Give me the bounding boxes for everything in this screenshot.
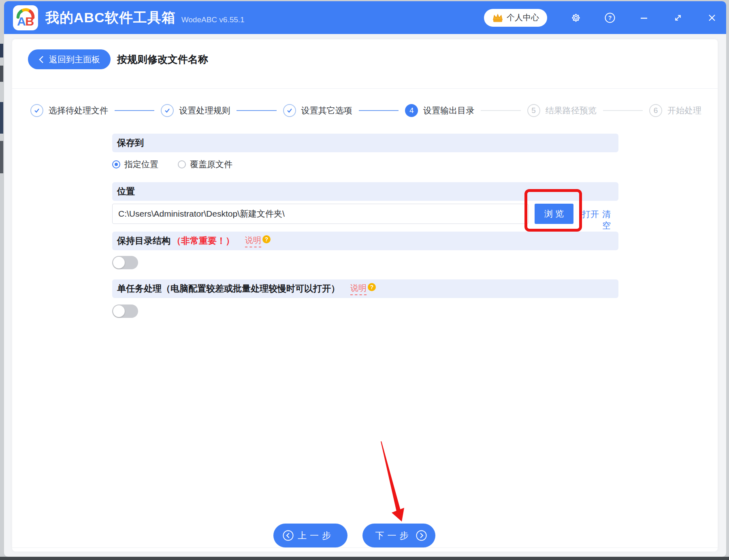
card-footer-divider (12, 547, 718, 548)
step-6-number: 6 (649, 104, 662, 117)
main-card: 返回到主面板 按规则修改文件名称 选择待处理文件 设置 (12, 39, 718, 551)
radio-specified-location[interactable]: 指定位置 (112, 159, 158, 170)
radio-unselected-icon[interactable] (178, 160, 186, 168)
app-version: WodeABC v6.55.1 (181, 15, 245, 24)
step-connector (359, 110, 399, 111)
header-divider (12, 88, 718, 89)
step-6[interactable]: 6 开始处理 (649, 104, 701, 117)
help-button[interactable]: ? (605, 13, 615, 23)
previous-step-label: 上一步 (298, 530, 334, 542)
gear-icon (571, 13, 581, 23)
step-1-check-icon (30, 104, 43, 117)
step-2[interactable]: 设置处理规则 (161, 104, 230, 117)
step-4-number: 4 (405, 104, 418, 117)
single-task-toggle-off[interactable] (112, 304, 138, 318)
back-to-main-button[interactable]: 返回到主面板 (28, 49, 111, 69)
help-badge-icon[interactable]: ? (262, 235, 271, 243)
personal-center-button[interactable]: 个人中心 (484, 9, 547, 27)
crown-icon (492, 13, 503, 23)
logo-letter-b: B (25, 15, 34, 28)
location-title: 位置 (117, 185, 135, 198)
single-task-help-link[interactable]: 说明 (350, 283, 367, 295)
step-1-label: 选择待处理文件 (49, 105, 108, 116)
personal-center-label: 个人中心 (507, 12, 539, 23)
page-title: 按规则修改文件名称 (117, 53, 208, 66)
radio-overwrite-original[interactable]: 覆盖原文件 (178, 159, 232, 170)
location-section-header: 位置 (112, 182, 618, 201)
single-task-section-header: 单任务处理（电脑配置较差或批量处理较慢时可以打开） 说明 ? (112, 279, 618, 298)
save-to-title: 保存到 (117, 137, 144, 149)
question-icon: ? (605, 13, 615, 23)
very-important-note: （非常重要！） (172, 235, 234, 247)
background-window-sliver (0, 66, 3, 82)
close-button[interactable] (707, 13, 717, 23)
screen: A B 我的ABC软件工具箱 WodeABC v6.55.1 个人中心 (0, 0, 729, 560)
background-window-sliver (0, 141, 3, 173)
step-connector (237, 110, 276, 111)
radio-selected-icon[interactable] (112, 160, 120, 168)
step-4-label: 设置输出目录 (423, 105, 474, 116)
clear-path-link[interactable]: 清空 (602, 209, 618, 231)
logo-letter-a: A (17, 15, 26, 28)
location-input-row: 浏览 打开 清空 (112, 204, 618, 224)
background-window-sliver (0, 102, 3, 134)
app-title: 我的ABC软件工具箱 (45, 9, 176, 27)
chevron-left-icon (38, 55, 44, 64)
titlebar: A B 我的ABC软件工具箱 WodeABC v6.55.1 个人中心 (4, 1, 726, 34)
step-3-label: 设置其它选项 (301, 105, 352, 116)
radio-specified-label: 指定位置 (124, 159, 158, 170)
open-folder-link[interactable]: 打开 (582, 209, 599, 220)
radio-overwrite-label: 覆盖原文件 (190, 159, 232, 170)
step-indicator: 选择待处理文件 设置处理规则 设置其它选项 (30, 98, 701, 123)
close-icon (707, 13, 717, 23)
step-3[interactable]: 设置其它选项 (283, 104, 352, 117)
app-window: A B 我的ABC软件工具箱 WodeABC v6.55.1 个人中心 (4, 1, 726, 557)
circle-chevron-left-icon (283, 530, 294, 541)
step-2-label: 设置处理规则 (179, 105, 230, 116)
keep-structure-toggle-off[interactable] (112, 256, 138, 269)
step-4-current[interactable]: 4 设置输出目录 (405, 104, 474, 117)
screen-bottom-edge (0, 557, 729, 560)
question-glyph: ? (608, 15, 612, 21)
previous-step-button[interactable]: 上一步 (273, 524, 347, 547)
single-task-title: 单任务处理（电脑配置较差或批量处理较慢时可以打开） (117, 283, 340, 295)
app-logo: A B (13, 5, 38, 30)
circle-chevron-right-icon (416, 530, 427, 541)
titlebar-actions: 个人中心 ? (484, 9, 717, 27)
abc-logo-icon: A B (15, 7, 36, 29)
keep-structure-help-link[interactable]: 说明 (245, 235, 261, 247)
settings-button[interactable] (571, 13, 581, 23)
keep-structure-section-header: 保持目录结构 （非常重要！） 说明 ? (112, 232, 618, 250)
next-step-button[interactable]: 下一步 (362, 524, 435, 547)
page-header: 返回到主面板 按规则修改文件名称 (28, 49, 208, 69)
next-step-label: 下一步 (375, 530, 412, 542)
step-connector (115, 110, 154, 111)
step-3-check-icon (283, 104, 296, 117)
browse-button[interactable]: 浏览 (535, 204, 573, 224)
step-connector (481, 110, 520, 111)
back-button-label: 返回到主面板 (49, 54, 100, 65)
step-5[interactable]: 5 结果路径预览 (527, 104, 597, 117)
step-1[interactable]: 选择待处理文件 (30, 104, 108, 117)
step-connector (603, 110, 643, 111)
background-window-sliver (0, 44, 3, 57)
resize-icon (673, 13, 683, 23)
step-6-label: 开始处理 (667, 105, 701, 116)
minimize-icon (639, 13, 649, 23)
step-2-check-icon (161, 104, 174, 117)
output-path-input[interactable] (112, 204, 529, 224)
step-5-label: 结果路径预览 (546, 105, 597, 116)
step-5-number: 5 (527, 104, 540, 117)
keep-structure-title: 保持目录结构 (117, 235, 171, 247)
maximize-button[interactable] (673, 13, 683, 23)
save-to-options: 指定位置 覆盖原文件 (112, 157, 252, 172)
minimize-button[interactable] (639, 13, 649, 23)
help-badge-icon[interactable]: ? (368, 283, 376, 291)
save-to-section-header: 保存到 (112, 134, 618, 152)
